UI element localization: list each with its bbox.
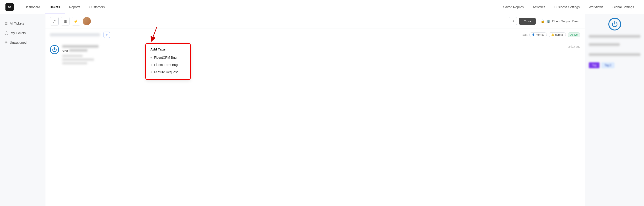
tag-item-feature-request[interactable]: + Feature Request [150,68,186,76]
tag-label-feature-request: Feature Request [154,70,178,74]
right-power-icon [608,18,621,31]
sidebar-item-my-tickets[interactable]: ◯ My Tickets [0,28,45,38]
ticket-content: start [62,45,565,64]
sidebar-item-all-tickets[interactable]: ☰ All Tickets [0,19,45,28]
lightning-icon: ⚡ [74,19,78,24]
tag-item-fluentcrm-bug[interactable]: + FluentCRM Bug [150,54,186,61]
ticket-text-blurred [69,49,88,52]
ticket-toolbar: ☍ ▦ ⚡ ↺ Close 🔒 🏢 Fluent Support Demo [46,14,585,29]
status-badge: Active [568,32,580,37]
plus-icon-1: + [150,56,152,59]
right-info-3 [589,52,640,57]
tag-item-fluent-form-bug[interactable]: + Fluent Form Bug [150,61,186,68]
ticket-line-2 [62,58,94,61]
nav-item-dashboard[interactable]: Dashboard [20,1,45,14]
right-info-2 [589,43,620,46]
sidebar-label-all-tickets: All Tickets [10,22,24,25]
nav-item-customers[interactable]: Customers [85,1,110,14]
ticket-lines [62,55,565,64]
sidebar-label-unassigned: Unassigned [10,41,26,44]
ticket-number: #36 [522,33,528,37]
nav-item-global-settings[interactable]: Global Settings [608,1,638,14]
refresh-button[interactable]: ↺ [509,17,517,25]
ticket-meta: #36 👤 normal 🔔 normal Active [522,32,580,37]
status-label: Active [570,33,578,36]
plus-icon: + [106,33,108,37]
nav-item-business-settings[interactable]: Business Settings [550,1,584,14]
eye-icon: ◎ [4,41,8,45]
chat-icon: ☍ [52,19,56,24]
priority-label: normal [536,33,544,36]
ticket-icon: ▦ [64,19,67,24]
workspace-label: Fluent Support Demo [552,20,580,23]
logo-icon: ≋ [8,5,11,10]
lightning-button[interactable]: ⚡ [72,17,80,26]
ticket-start-text: start [62,49,68,53]
plus-icon-3: + [150,70,152,74]
main-layout: ☰ All Tickets ◯ My Tickets ◎ Unassigned … [0,14,644,206]
right-panel: Tag Tag 2 [585,14,644,206]
nav-item-tickets[interactable]: Tickets [45,1,65,14]
refresh-icon: ↺ [512,19,514,23]
tag-label-fluent-form-bug: Fluent Form Bug [154,63,178,67]
sidebar: ☰ All Tickets ◯ My Tickets ◎ Unassigned [0,14,46,206]
ticket-line-3 [62,62,87,64]
ticket-view-button[interactable]: ▦ [61,17,70,26]
priority-icon: 👤 [532,34,535,36]
main-content: ☍ ▦ ⚡ ↺ Close 🔒 🏢 Fluent Support Demo [46,14,585,206]
lock-icon: 🔒 [541,19,544,23]
priority-badge: 👤 normal [529,32,547,37]
nav-item-saved-replies[interactable]: Saved Replies [499,1,528,14]
nav-items: Dashboard Tickets Reports Customers Save… [20,1,638,14]
workspace-info: 🔒 🏢 Fluent Support Demo [541,19,580,23]
ticket-list-item[interactable]: start a day ago [46,41,585,68]
right-info-1 [589,35,640,38]
user-avatar[interactable] [83,17,91,25]
list-icon: ☰ [4,21,8,26]
right-badges: Tag Tag 2 [589,62,640,68]
nav-item-workflows[interactable]: Workflows [584,1,608,14]
dropdown-title: Add Tags [150,47,186,51]
close-button[interactable]: Close [519,18,536,25]
top-navigation: ≋ Dashboard Tickets Reports Customers Sa… [0,0,644,14]
type-label: normal [555,33,564,36]
chat-view-button[interactable]: ☍ [50,17,58,26]
plus-icon-2: + [150,63,152,67]
tag-label-fluentcrm-bug: FluentCRM Bug [154,56,177,59]
add-tag-button[interactable]: + [104,32,110,38]
right-info-3a [589,53,640,56]
sidebar-item-unassigned[interactable]: ◎ Unassigned [0,38,45,47]
power-icon [50,45,59,54]
type-icon: 🔔 [551,34,554,36]
right-blue-badge: Tag 2 [601,62,614,68]
person-icon: ◯ [4,31,8,35]
ticket-time: a day ago [568,45,580,48]
type-badge: 🔔 normal [549,32,566,37]
right-purple-badge: Tag [589,62,600,68]
nav-item-activities[interactable]: Activities [528,1,550,14]
ticket-title-blurred [50,33,100,36]
sidebar-label-my-tickets: My Tickets [11,31,26,35]
ticket-line-1 [62,55,83,57]
add-tags-dropdown: Add Tags + FluentCRM Bug + Fluent Form B… [145,43,191,80]
sender-blurred [62,45,98,48]
ticket-header-row: + #36 👤 normal 🔔 normal Active [46,29,585,41]
logo[interactable]: ≋ [6,3,14,11]
building-icon: 🏢 [546,19,550,23]
nav-item-reports[interactable]: Reports [65,1,85,14]
svg-line-1 [152,27,157,39]
